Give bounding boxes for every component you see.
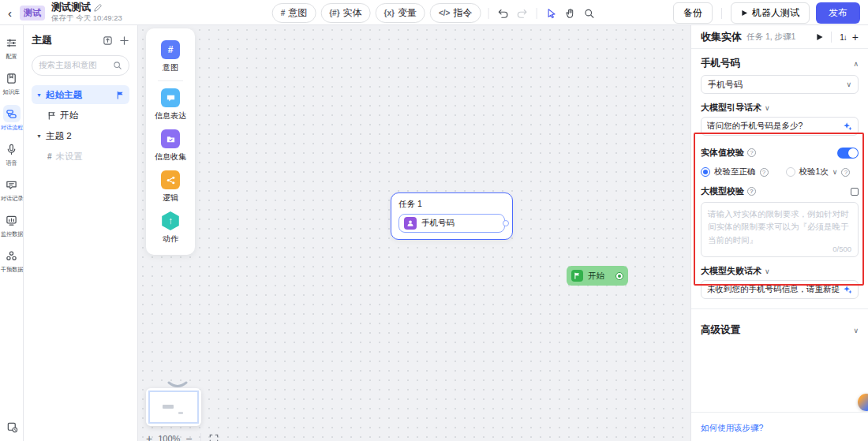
nav-dialog-flow[interactable]: 对话流程 [0,105,23,132]
sort-steps-icon[interactable]: 1↓ [840,33,847,42]
select-cursor-icon[interactable] [544,6,558,21]
tree-item-unset-intent[interactable]: # 未设置 [32,147,129,166]
add-variable-button[interactable]: {x} 变量 [376,3,425,23]
palette-action[interactable]: ↑ 动作 [161,211,180,245]
minimap-viewport [148,391,199,424]
unset-intent-label: 未设置 [56,151,84,163]
zoom-in-button[interactable]: + [146,432,152,441]
add-entity-button[interactable]: {#} 实体 [320,3,370,23]
chevron-down-icon: ∨ [846,80,851,88]
minimap-node [178,412,183,414]
publish-button[interactable]: 发布 [816,2,860,24]
import-export-icon[interactable] [103,36,113,46]
robot-test-button[interactable]: 机器人测试 [731,2,810,24]
redo-icon[interactable] [514,6,529,21]
edit-title-icon[interactable] [94,4,102,12]
collapse-chevron-up-icon[interactable]: ∧ [853,60,859,68]
nav-knowledge-label: 知识库 [3,88,20,96]
start-output-port[interactable] [615,272,623,280]
app-root: ‹ 测试 测试测试 保存于 今天 10:49:23 # 意图 {#} 实体 [0,0,868,441]
advanced-settings-row[interactable]: 高级设置 ∨ [701,317,859,343]
topic-search-input[interactable]: 搜索主题和意图 [32,55,129,76]
minimap[interactable] [146,388,201,426]
task-node[interactable]: 任务 1 手机号码 [391,192,513,240]
robot-test-label: 机器人测试 [752,6,799,20]
radio-validate-until-correct[interactable] [701,167,710,177]
fail-script-value: 未收到您的手机号码信息，请重新提供一下好吗? [707,284,840,295]
flow-canvas[interactable]: # 意图 信息表达 信息收集 逻辑 [138,25,690,441]
step-inspector-panel: 收集实体 任务 1, 步骤1 1↓ + 手机号码 ∧ 手机号码 ∨ [690,25,868,441]
add-command-button[interactable]: </> 指令 [430,3,481,23]
expand-editor-icon[interactable] [851,188,859,196]
ai-sparkle-icon[interactable] [843,121,852,131]
help-question-icon[interactable]: ? [841,168,850,177]
header-right: 备份 机器人测试 发布 [673,2,860,24]
command-code-icon: </> [439,9,450,17]
nav-knowledge[interactable]: 知识库 [0,69,23,96]
chat-record-icon [3,176,21,193]
start-node[interactable]: 开始 [567,266,628,286]
toolbar-divider [488,8,488,19]
collect-folder-icon [161,129,180,148]
guide-script-input[interactable]: 请问您的手机号码是多少? [701,117,859,136]
backup-button[interactable]: 备份 [673,2,713,24]
undo-icon[interactable] [496,6,510,21]
nav-dialog-records[interactable]: 对话记录 [0,176,23,203]
radio-validate-once[interactable] [786,167,795,177]
caret-down-icon[interactable]: ▼ [36,133,42,139]
ai-sparkle-icon[interactable] [843,285,852,294]
add-intent-button[interactable]: # 意图 [272,3,316,23]
chevron-down-icon[interactable]: ∨ [765,267,770,275]
add-topic-icon[interactable] [119,36,129,46]
palette-divider [158,80,183,81]
pan-hand-icon[interactable] [563,6,577,21]
caret-down-icon[interactable]: ▼ [36,92,42,98]
hash-icon: # [47,152,52,161]
inspector-footer: 如何使用该步骤? [691,412,868,441]
add-step-icon[interactable]: + [852,31,859,43]
tree-item-topic2[interactable]: ▼ 主题 2 [32,126,129,145]
output-port[interactable] [503,220,509,226]
nav-intervention-data[interactable]: 干预数据 [0,247,23,274]
help-question-icon[interactable]: ? [747,148,756,157]
inspector-divider [831,32,832,43]
version-history-icon[interactable] [0,421,24,433]
back-icon[interactable]: ‹ [6,6,13,20]
palette-action-label: 动作 [163,234,178,245]
entity-step-chip[interactable]: 手机号码 [398,214,505,233]
book-icon [3,69,21,87]
zoom-out-button[interactable]: − [185,432,192,441]
palette-collect[interactable]: 信息收集 [155,129,186,163]
fit-view-icon[interactable] [209,434,219,441]
how-to-use-link[interactable]: 如何使用该步骤? [701,423,763,432]
palette-message[interactable]: 信息表达 [155,88,186,121]
run-step-icon[interactable] [816,33,823,41]
inspector-header-divider [691,48,868,49]
chevron-down-icon[interactable]: ∨ [832,168,838,176]
chevron-down-icon[interactable]: ∨ [765,104,770,112]
entity-validation-label: 实体值校验 [701,147,744,159]
fail-script-input[interactable]: 未收到您的手机号码信息，请重新提供一下好吗? [701,280,859,299]
tree-item-start[interactable]: 开始 [32,106,129,125]
start-topic-label: 起始主题 [46,89,116,101]
search-canvas-icon[interactable] [582,6,596,21]
tree-item-start-topic[interactable]: ▼ 起始主题 [32,85,129,104]
canvas-toolbar: # 意图 {#} 实体 {x} 变量 </> 指令 [272,3,597,23]
monitor-chart-icon [3,211,21,229]
entity-select[interactable]: 手机号码 ∨ [701,75,859,94]
help-question-icon[interactable]: ? [760,168,769,177]
action-arrow-icon: ↑ [161,211,180,230]
nav-config[interactable]: 配置 [0,34,23,61]
intent-hash-icon: # [281,9,286,17]
llm-check-textarea[interactable]: 请输入对实体的限制要求，例如针对时间实体的限制要求可以为『必须是晚于当前的时间』… [701,202,859,257]
palette-intent[interactable]: # 意图 [161,40,180,73]
entity-validation-toggle[interactable] [837,148,859,159]
nav-voice[interactable]: 语音 [0,140,23,167]
topic-panel: 主题 搜索主题和意图 ▼ 起始主题 [24,25,138,441]
minimap-collapse-handle[interactable] [167,381,188,388]
help-question-icon[interactable]: ? [747,187,756,196]
assistant-helper-button[interactable] [858,394,868,411]
palette-logic[interactable]: 逻辑 [161,170,180,204]
nav-monitor-data[interactable]: 监控数据 [0,211,23,238]
title-block: 测试测试 保存于 今天 10:49:23 [51,2,122,22]
